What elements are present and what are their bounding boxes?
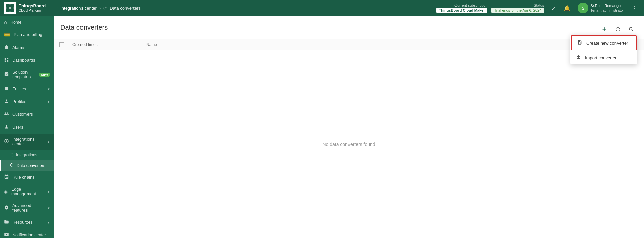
breadcrumb-icon-converters: ⟳ (103, 6, 107, 11)
sidebar-item-integrations-center[interactable]: Integrations center ▴ (0, 134, 54, 150)
sidebar-item-notification-center[interactable]: Notification center (0, 229, 54, 238)
main-content: Data converters + Created time ↓ (54, 16, 644, 238)
user-name: Sr.Rosh Romango (590, 3, 624, 8)
sidebar-item-home[interactable]: ⌂ Home (0, 16, 54, 28)
dashboards-icon (4, 57, 9, 63)
search-button[interactable] (625, 23, 637, 35)
trial-badge: Trial ends on the Apr 6, 2024 (491, 8, 544, 13)
table-body: No data converters found (54, 50, 644, 238)
logo-icon (4, 2, 16, 14)
profiles-icon (4, 99, 9, 105)
col-name-header: Name (146, 42, 572, 47)
status-label: Status (491, 3, 544, 8)
svg-rect-0 (6, 4, 10, 8)
sidebar-item-rule-chains[interactable]: Rule chains (0, 171, 54, 184)
sort-icon: ↓ (97, 43, 99, 47)
more-menu-button[interactable]: ⋮ (629, 3, 640, 13)
sidebar-item-entities[interactable]: Entities ▾ (0, 83, 54, 95)
svg-rect-2 (6, 8, 10, 12)
svg-rect-3 (10, 8, 14, 12)
resources-icon (4, 219, 9, 225)
breadcrumb: ⬚ Integrations center › ⟳ Data converter… (54, 6, 436, 11)
sidebar-item-edge-management[interactable]: ◈ Edge management ▾ (0, 184, 54, 200)
integrations-center-chevron: ▴ (48, 140, 50, 144)
fullscreen-button[interactable]: ⤢ (548, 3, 559, 13)
navbar-icons: ⤢ 🔔 S Sr.Rosh Romango Tenant administrat… (548, 1, 640, 15)
add-button[interactable]: + (598, 23, 610, 35)
sidebar-item-alarms[interactable]: Alarms (0, 41, 54, 54)
user-info: Sr.Rosh Romango Tenant administrator (590, 3, 624, 13)
notification-center-icon (4, 232, 9, 238)
subscription-label: Current subscription (436, 3, 488, 8)
integrations-center-icon (4, 139, 9, 145)
svg-rect-1 (10, 4, 14, 8)
sidebar-item-profiles[interactable]: Profiles ▾ (0, 95, 54, 108)
status-info: Status Trial ends on the Apr 6, 2024 (491, 3, 544, 13)
breadcrumb-data-converters[interactable]: Data converters (110, 6, 141, 11)
entities-chevron: ▾ (48, 87, 50, 91)
table-header: Created time ↓ Name Type (54, 39, 644, 50)
page-title: Data converters (60, 24, 108, 31)
profiles-chevron: ▾ (48, 100, 50, 104)
sidebar-sub-item-data-converters[interactable]: Data converters (0, 160, 54, 171)
sidebar-item-users[interactable]: Users (0, 121, 54, 134)
subscription-info: Current subscription ThingsBoard Cloud M… (436, 3, 488, 13)
select-all-checkbox[interactable] (59, 42, 64, 47)
breadcrumb-icon-integrations: ⬚ (54, 6, 58, 11)
create-converter-button[interactable]: Create new converter (571, 35, 637, 50)
entities-icon (4, 86, 9, 92)
app-body: ⌂ Home 💳 Plan and billing Alarms Dashboa… (0, 16, 644, 238)
sidebar-item-customers[interactable]: Customers (0, 108, 54, 121)
user-menu-button[interactable]: S Sr.Rosh Romango Tenant administrator (575, 1, 627, 15)
users-icon (4, 124, 9, 130)
sidebar-item-advanced-features[interactable]: Advanced features ▾ (0, 200, 54, 216)
logo[interactable]: ThingsBoard Cloud Platform (4, 2, 46, 14)
import-converter-button[interactable]: Import converter (570, 51, 637, 64)
advanced-features-icon (4, 205, 9, 211)
refresh-button[interactable] (612, 23, 624, 35)
subscription-badge: ThingsBoard Cloud Maker (436, 8, 488, 13)
new-badge: NEW (39, 73, 50, 77)
breadcrumb-separator: › (99, 6, 101, 11)
plan-billing-icon: 💳 (4, 32, 10, 38)
navbar-right: Current subscription ThingsBoard Cloud M… (436, 1, 640, 15)
avatar: S (578, 3, 588, 13)
sidebar-item-solution-templates[interactable]: Solution templates NEW (0, 67, 54, 83)
sidebar-item-dashboards[interactable]: Dashboards (0, 54, 54, 67)
create-converter-icon (577, 39, 582, 46)
edge-chevron: ▾ (48, 190, 50, 194)
col-checkbox (59, 42, 72, 47)
alarms-icon (4, 45, 9, 51)
advanced-chevron: ▾ (48, 206, 50, 210)
notifications-button[interactable]: 🔔 (561, 3, 572, 13)
empty-message: No data converters found (322, 142, 375, 147)
resources-chevron: ▾ (48, 220, 50, 225)
navbar: ThingsBoard Cloud Platform ⬚ Integration… (0, 0, 644, 16)
sidebar-item-plan-billing[interactable]: 💳 Plan and billing (0, 28, 54, 41)
edge-management-icon: ◈ (4, 189, 8, 195)
user-role: Tenant administrator (590, 8, 624, 13)
content-header: Data converters + (54, 16, 644, 39)
col-created-header[interactable]: Created time ↓ (72, 42, 146, 47)
sidebar-sub-item-integrations[interactable]: ⬚ Integrations (0, 150, 54, 160)
dropdown-menu: Create new converter Import converter (570, 35, 637, 64)
solution-templates-icon (4, 72, 9, 78)
logo-text: ThingsBoard Cloud Platform (19, 3, 46, 13)
integrations-icon: ⬚ (9, 152, 13, 157)
active-indicator (0, 160, 1, 171)
customers-icon (4, 111, 9, 117)
rule-chains-icon (4, 174, 9, 180)
sidebar-item-resources[interactable]: Resources ▾ (0, 216, 54, 229)
breadcrumb-integrations[interactable]: Integrations center (60, 6, 97, 11)
sidebar: ⌂ Home 💳 Plan and billing Alarms Dashboa… (0, 16, 54, 238)
import-converter-icon (576, 54, 581, 61)
home-icon: ⌂ (4, 19, 7, 25)
data-converters-sub-icon (9, 163, 14, 168)
